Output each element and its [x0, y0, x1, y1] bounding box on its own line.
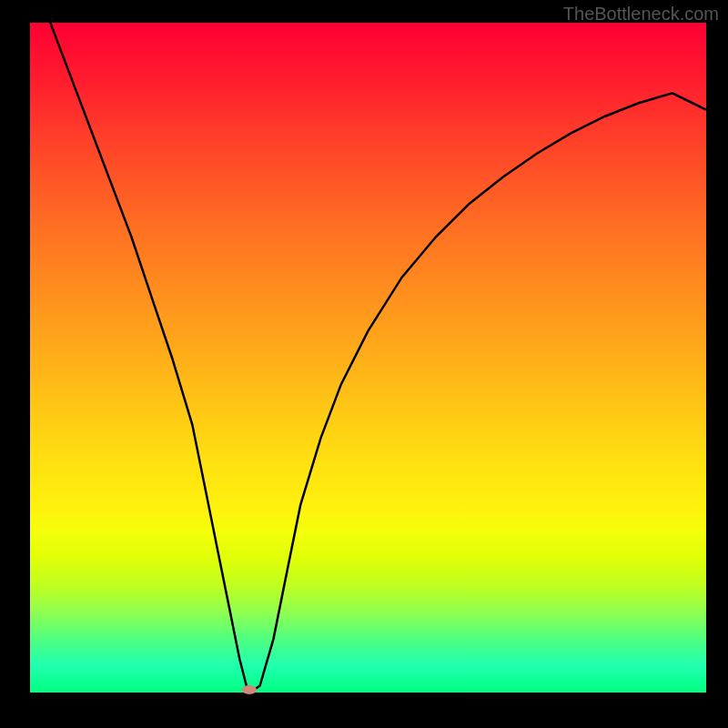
optimal-point-marker: [242, 685, 257, 694]
watermark-text: TheBottleneck.com: [563, 4, 719, 25]
chart-plot-area: [30, 23, 706, 693]
bottleneck-curve: [30, 23, 706, 693]
